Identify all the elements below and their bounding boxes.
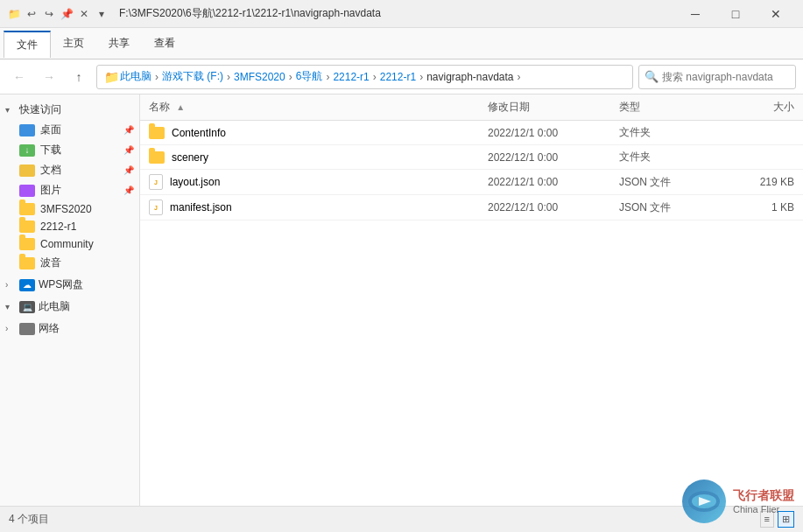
folder-2212r1-icon xyxy=(19,220,35,233)
breadcrumb-navdata: navigraph-navdata xyxy=(426,71,513,83)
title-bar: 📁 ↩ ↪ 📌 ✕ ▾ F:\3MFS2020\6导航\2212-r1\2212… xyxy=(0,0,803,28)
sidebar-net-header[interactable]: › 网络 xyxy=(0,318,139,339)
close-button[interactable]: ✕ xyxy=(756,0,796,28)
dropdown-arrow-icon[interactable]: ▾ xyxy=(95,7,109,21)
table-row[interactable]: ContentInfo 2022/12/1 0:00 文件夹 xyxy=(140,121,803,145)
folder-community-icon xyxy=(19,238,35,250)
address-area: ← → ↑ 📁 此电脑 › 游戏下载 (F:) › 3MFS2020 › 6导航… xyxy=(0,60,803,94)
watermark-text-group: 飞行者联盟 China Flier xyxy=(733,488,794,514)
pc-arrow-icon: ▾ xyxy=(5,302,16,312)
sidebar-label-download: 下载 xyxy=(40,143,61,158)
file-name: scenery xyxy=(172,151,208,164)
sort-arrow-name: ▲ xyxy=(176,102,185,112)
breadcrumb-nav6[interactable]: 6导航 xyxy=(296,69,323,84)
back-button[interactable]: ← xyxy=(7,65,32,89)
col-header-size[interactable]: 大小 xyxy=(724,100,794,115)
json-layout-icon: J xyxy=(149,174,163,190)
sidebar-label-boeing: 波音 xyxy=(40,256,61,270)
sidebar: ▾ 快速访问 桌面 📌 ↓ 下载 📌 文档 📌 图片 📌 xyxy=(0,94,140,506)
title-path: F:\3MFS2020\6导航\2212-r1\2212-r1\navigrap… xyxy=(119,6,381,21)
sidebar-section-wps: › ☁ WPS网盘 xyxy=(0,275,139,295)
close-title-icon[interactable]: ✕ xyxy=(77,7,91,21)
sidebar-quickaccess-header[interactable]: ▾ 快速访问 xyxy=(0,100,139,120)
json-manifest-icon: J xyxy=(149,200,163,215)
sidebar-pc-header[interactable]: ▾ 💻 此电脑 xyxy=(0,297,139,317)
wps-cloud-icon: ☁ xyxy=(19,279,35,291)
desktop-folder-icon xyxy=(19,124,35,136)
sidebar-item-3mfs[interactable]: 3MFS2020 xyxy=(0,200,139,218)
quickaccess-arrow-icon: ▾ xyxy=(5,105,16,115)
minimize-button[interactable]: ─ xyxy=(675,0,715,28)
sidebar-wps-header[interactable]: › ☁ WPS网盘 xyxy=(0,275,139,295)
col-header-date[interactable]: 修改日期 xyxy=(488,100,619,115)
maximize-button[interactable]: □ xyxy=(715,0,756,28)
watermark: 飞行者联盟 China Flier xyxy=(682,480,794,523)
breadcrumb-2212r1-1[interactable]: 2212-r1 xyxy=(333,71,369,83)
file-name: ContentInfo xyxy=(172,127,226,139)
file-name-cell: J manifest.json xyxy=(149,200,488,215)
table-row[interactable]: J manifest.json 2022/12/1 0:00 JSON 文件 1… xyxy=(140,195,803,220)
sidebar-item-2212r1[interactable]: 2212-r1 xyxy=(0,218,139,235)
sidebar-item-pictures[interactable]: 图片 📌 xyxy=(0,180,139,200)
file-type: 文件夹 xyxy=(619,125,724,140)
breadcrumb-sep-3: › xyxy=(289,71,292,83)
sidebar-label-documents: 文档 xyxy=(40,163,61,178)
breadcrumb-3mfs[interactable]: 3MFS2020 xyxy=(234,71,285,83)
doc-folder-icon xyxy=(19,164,35,177)
sidebar-item-boeing[interactable]: 波音 xyxy=(0,253,139,273)
sidebar-label-community: Community xyxy=(40,238,94,250)
ribbon: 文件 主页 共享 查看 xyxy=(0,28,803,60)
file-name-cell: J layout.json xyxy=(149,174,488,190)
sidebar-label-2212r1: 2212-r1 xyxy=(40,220,76,233)
sidebar-item-documents[interactable]: 文档 📌 xyxy=(0,160,139,180)
file-name-cell: scenery xyxy=(149,151,488,164)
col-header-type[interactable]: 类型 xyxy=(619,100,724,115)
folder-boeing-icon xyxy=(19,257,35,270)
undo-icon[interactable]: ↩ xyxy=(25,7,39,21)
search-input[interactable] xyxy=(662,71,790,83)
forward-button[interactable]: → xyxy=(37,65,61,89)
file-name-cell: ContentInfo xyxy=(149,127,488,139)
breadcrumb-bar[interactable]: 📁 此电脑 › 游戏下载 (F:) › 3MFS2020 › 6导航 › 221… xyxy=(96,65,633,89)
file-list: 名称 ▲ 修改日期 类型 大小 ContentInfo 2022/12/1 0:… xyxy=(140,94,803,506)
breadcrumb-2212r1-2[interactable]: 2212-r1 xyxy=(380,71,416,83)
tab-file[interactable]: 文件 xyxy=(4,31,51,58)
folder-contentinfo-icon xyxy=(149,127,165,139)
file-size: 1 KB xyxy=(724,201,794,214)
sidebar-label-pictures: 图片 xyxy=(40,183,61,198)
pc-label: 此电脑 xyxy=(39,299,70,314)
wps-label: WPS网盘 xyxy=(39,277,83,292)
redo-icon[interactable]: ↪ xyxy=(42,7,56,21)
sidebar-item-download[interactable]: ↓ 下载 📌 xyxy=(0,140,139,160)
tab-home[interactable]: 主页 xyxy=(51,31,96,56)
breadcrumb-sep-5: › xyxy=(373,71,377,83)
table-row[interactable]: J layout.json 2022/12/1 0:00 JSON 文件 219… xyxy=(140,170,803,195)
net-arrow-icon: › xyxy=(5,324,16,333)
quickaccess-label: 快速访问 xyxy=(19,102,61,117)
file-type: JSON 文件 xyxy=(619,200,724,215)
title-bar-icons: 📁 ↩ ↪ 📌 ✕ ▾ xyxy=(7,7,109,21)
breadcrumb-sep-1: › xyxy=(155,71,158,83)
sidebar-item-desktop[interactable]: 桌面 📌 xyxy=(0,120,139,140)
pin-pictures-icon: 📌 xyxy=(123,186,134,195)
up-button[interactable]: ↑ xyxy=(67,65,91,89)
breadcrumb-pc[interactable]: 此电脑 xyxy=(120,69,151,84)
breadcrumb-drive[interactable]: 游戏下载 (F:) xyxy=(162,69,223,84)
sidebar-item-community[interactable]: Community xyxy=(0,235,139,253)
search-box[interactable]: 🔍 xyxy=(638,65,796,89)
file-type: 文件夹 xyxy=(619,150,724,164)
net-icon xyxy=(19,323,35,335)
table-row[interactable]: scenery 2022/12/1 0:00 文件夹 xyxy=(140,145,803,170)
breadcrumb-sep-7: › xyxy=(518,71,521,83)
pin-icon[interactable]: 📌 xyxy=(60,7,74,21)
main-content: ▾ 快速访问 桌面 📌 ↓ 下载 📌 文档 📌 图片 📌 xyxy=(0,94,803,506)
search-icon: 🔍 xyxy=(645,70,659,83)
img-folder-icon xyxy=(19,185,35,197)
pin-download-icon: 📌 xyxy=(123,145,134,155)
tab-share[interactable]: 共享 xyxy=(96,31,142,56)
col-header-name[interactable]: 名称 ▲ xyxy=(149,100,488,115)
breadcrumb-sep-6: › xyxy=(419,71,423,83)
pin-documents-icon: 📌 xyxy=(123,165,134,175)
tab-view[interactable]: 查看 xyxy=(142,31,187,56)
sidebar-section-quickaccess: ▾ 快速访问 桌面 📌 ↓ 下载 📌 文档 📌 图片 📌 xyxy=(0,100,139,273)
